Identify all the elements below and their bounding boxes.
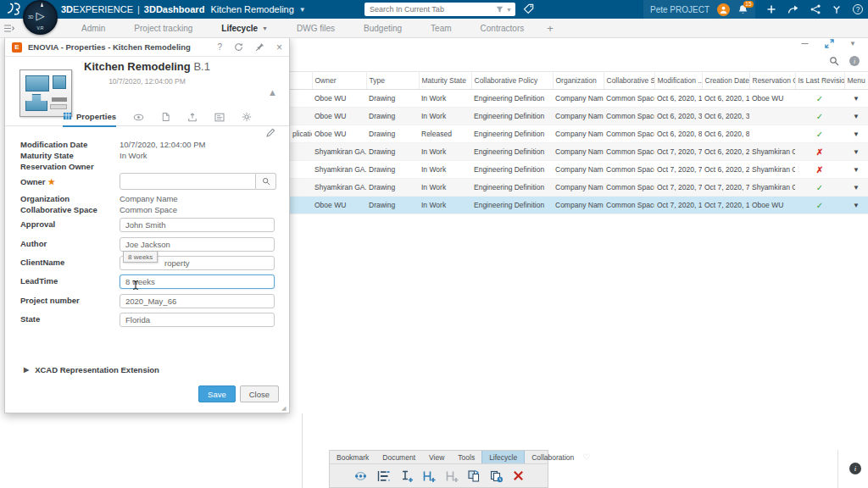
save-button[interactable]: Save [198, 385, 236, 402]
row-menu-chevron-icon[interactable]: ▼ [844, 125, 868, 143]
table-row[interactable]: Oboe WUDrawingIn WorkEngineering Definit… [290, 90, 868, 108]
expand-structure-icon[interactable] [376, 469, 391, 483]
column-header-reservation-ow[interactable]: Reservation Ow... [749, 72, 795, 90]
search-input[interactable] [368, 4, 493, 14]
column-header-modification[interactable]: Modification ... [654, 72, 702, 90]
column-header-collaborative-policy[interactable]: Collaborative Policy [471, 72, 553, 90]
share-up-icon[interactable] [187, 112, 198, 122]
table-cell: Company Name [553, 90, 604, 108]
row-menu-chevron-icon[interactable]: ▼ [844, 108, 868, 125]
tab-project-tracking[interactable]: Project tracking [120, 19, 207, 37]
toolbar-tab-bookmark[interactable]: Bookmark [330, 451, 376, 463]
form-icon[interactable] [214, 113, 225, 122]
insert-revision-icon[interactable] [399, 469, 413, 483]
toolbar-tab-tools[interactable]: Tools [451, 451, 481, 463]
close-button[interactable]: Close [240, 385, 279, 402]
eye-icon[interactable] [133, 113, 144, 122]
field-row-reservation-owner: Reservation Owner [20, 162, 279, 171]
edit-pencil-icon[interactable] [265, 128, 275, 138]
help-icon[interactable]: ? [853, 4, 863, 14]
gear-icon[interactable] [242, 112, 252, 122]
dialog-pin-icon[interactable] [255, 42, 264, 52]
dialog-refresh-icon[interactable] [234, 42, 243, 52]
collapse-header-icon[interactable]: ▲ [268, 87, 277, 97]
new-revision-icon[interactable] [421, 469, 436, 483]
manage-versions-icon[interactable] [489, 469, 504, 483]
tab-team[interactable]: Team [416, 19, 465, 37]
notifications-bell-icon[interactable]: 15 [737, 4, 748, 15]
share-network-icon[interactable] [810, 4, 821, 14]
column-header-type[interactable]: Type [366, 72, 419, 90]
column-header-owner[interactable]: Owner [312, 72, 366, 90]
new-revision-disabled-icon[interactable] [444, 469, 459, 483]
document-icon[interactable] [161, 112, 170, 122]
column-header-maturity-state[interactable]: Maturity State [419, 72, 471, 90]
info-icon[interactable]: i [849, 56, 860, 66]
favorites-heart-icon[interactable]: ♡ [582, 452, 590, 462]
table-row[interactable]: Oboe WUDrawingIn WorkEngineering Definit… [290, 197, 868, 214]
field-project-number-input[interactable] [120, 294, 275, 308]
field-author-input[interactable] [120, 237, 275, 252]
tab-properties[interactable]: Properties [63, 108, 116, 127]
duplicate-icon[interactable] [467, 469, 481, 483]
bottom-info-icon[interactable]: i [849, 463, 861, 474]
table-row[interactable]: Oboe WUDrawingIn WorkEngineering Definit… [290, 108, 868, 125]
tag-icon[interactable] [523, 3, 534, 14]
owner-search-button[interactable] [256, 173, 276, 190]
row-menu-chevron-icon[interactable]: ▼ [844, 197, 868, 214]
panel-toggle-icon[interactable] [3, 24, 14, 33]
widget-menu-chevron-icon[interactable]: ▼ [849, 41, 856, 47]
row-menu-chevron-icon[interactable]: ▼ [844, 90, 868, 108]
toolbar-tab-lifecycle[interactable]: Lifecycle [481, 451, 525, 463]
field-state-input[interactable] [120, 313, 275, 327]
minimize-widget-icon[interactable] [800, 39, 810, 48]
table-search-icon[interactable] [829, 56, 839, 66]
compass-apps-icon[interactable] [832, 4, 842, 14]
column-header-add[interactable] [290, 72, 312, 90]
toolbar-tab-document[interactable]: Document [376, 451, 422, 463]
dialog-title-bar[interactable]: E ENOVIA - Properties - Kitchen Remodeli… [5, 38, 289, 57]
dialog-close-icon[interactable]: × [276, 42, 282, 53]
tab-add[interactable]: + [538, 19, 562, 37]
table-row[interactable]: Shyamkiran GA...DrawingIn WorkEngineerin… [290, 179, 868, 197]
column-header-is-last-revision[interactable]: Is Last Revision [795, 72, 844, 90]
row-menu-chevron-icon[interactable]: ▼ [844, 179, 868, 197]
xcad-section-toggle[interactable]: ▶ XCAD Representation Extension [24, 365, 159, 374]
tab-contractors[interactable]: Contractors [466, 19, 539, 37]
user-avatar[interactable] [717, 3, 730, 16]
toolbar-tab-view[interactable]: View [422, 451, 451, 463]
table-cell: Company Name [553, 143, 604, 161]
search-options-chevron-icon[interactable]: ▼ [506, 7, 512, 13]
row-menu-chevron-icon[interactable]: ▼ [844, 143, 868, 161]
delete-icon[interactable] [512, 469, 525, 482]
collapse-expand-widget-icon[interactable] [825, 39, 834, 48]
column-header-organization[interactable]: Organization [553, 72, 604, 90]
tab-dwg-files[interactable]: DWG files [282, 19, 349, 37]
3ds-logo-icon[interactable] [6, 2, 21, 15]
add-content-icon[interactable] [766, 4, 776, 14]
dashboard-name[interactable]: Kitchen Remodeling [210, 4, 293, 14]
row-menu-chevron-icon[interactable]: ▼ [844, 161, 868, 179]
dialog-help-icon[interactable]: ? [217, 43, 222, 52]
sync-revisions-icon[interactable] [353, 469, 368, 483]
column-header-creation-date[interactable]: Creation Date [702, 72, 749, 90]
column-header-menu[interactable]: Menu [844, 72, 868, 90]
3d-compass[interactable]: ▷ 3D V.R [23, 0, 58, 35]
tab-lifecycle[interactable]: Lifecycle▼ [207, 19, 282, 37]
table-row[interactable]: plications.Oboe WUDrawingReleasedEnginee… [290, 125, 868, 143]
share-forward-icon[interactable] [787, 4, 799, 14]
toolbar-tab-collaboration[interactable]: Collaboration [525, 451, 581, 463]
table-row[interactable]: Shyamkiran GA...DrawingIn WorkEngineerin… [290, 161, 868, 179]
field-leadtime-input[interactable] [120, 274, 275, 289]
column-header-collaborative-s[interactable]: Collaborative S... [604, 72, 654, 90]
table-cell: Oct 6, 2020, 11:... [654, 90, 702, 108]
tab-budgeting[interactable]: Budgeting [349, 19, 416, 37]
field-owner-input[interactable] [120, 173, 256, 190]
tab-admin[interactable]: Admin [67, 19, 120, 37]
user-name[interactable]: Pete PROJECT [650, 5, 709, 14]
field-approval-input[interactable] [120, 218, 275, 232]
table-row[interactable]: Shyamkiran GA...DrawingIn WorkEngineerin… [290, 143, 868, 161]
chevron-down-icon[interactable]: ▼ [299, 6, 306, 14]
resize-handle[interactable]: ◢ [281, 405, 287, 411]
filter-funnel-icon[interactable] [496, 6, 504, 14]
